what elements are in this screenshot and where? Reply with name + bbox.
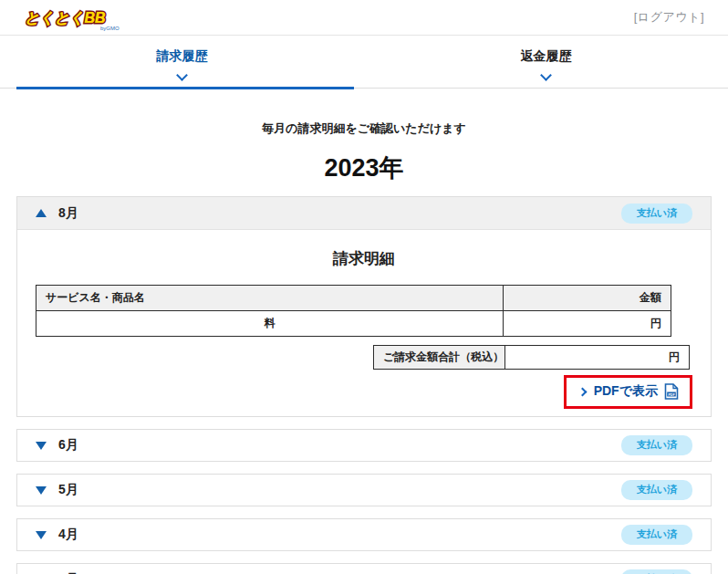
triangle-down-icon	[36, 486, 47, 495]
triangle-down-icon	[36, 442, 47, 450]
month-label: 5月	[58, 482, 78, 498]
year-title: 2023年	[0, 151, 728, 184]
status-badge: 支払い済	[621, 204, 692, 224]
tab-bar: 請求履歴 返金履歴	[0, 36, 728, 89]
tab-label: 請求履歴	[157, 48, 208, 65]
pdf-link-highlight-box[interactable]: PDFで表示 PDF	[564, 375, 692, 409]
status-badge: 支払い済	[621, 435, 692, 455]
status-badge: 支払い済	[621, 569, 692, 574]
panel-june-header[interactable]: 6月 支払い済	[16, 429, 712, 462]
detail-title: 請求明細	[36, 248, 692, 269]
svg-text:とくとくBB: とくとくBB	[25, 10, 106, 26]
panel-august-body: 請求明細 サービス名・商品名 金額 料 円 ご請求金額合計（税込） 円 PDFで	[17, 230, 711, 416]
panel-march-header[interactable]: 3月 支払い済	[16, 563, 712, 574]
tab-refund-history[interactable]: 返金履歴	[364, 36, 728, 88]
logo-icon: とくとくBB とくとくBB byGMO	[22, 3, 120, 32]
panel-april-header[interactable]: 4月 支払い済	[16, 518, 712, 551]
status-badge: 支払い済	[621, 525, 692, 545]
pdf-file-icon: PDF	[664, 383, 679, 400]
panel-may-header[interactable]: 5月 支払い済	[16, 474, 712, 506]
table-row: 料 円	[36, 311, 671, 337]
active-tab-underline	[16, 87, 354, 89]
triangle-up-icon	[36, 209, 47, 217]
amount-cell: 円	[504, 311, 671, 337]
pdf-row: PDFで表示 PDF	[36, 375, 692, 409]
total-row: ご請求金額合計（税込） 円	[373, 345, 690, 370]
chevron-right-icon	[577, 387, 587, 396]
chevron-down-icon	[176, 69, 188, 81]
logout-link[interactable]: [ログアウト]	[634, 9, 704, 26]
billing-list: 8月 支払い済 請求明細 サービス名・商品名 金額 料 円 ご請求金額合計（税込…	[0, 196, 728, 574]
status-badge: 支払い済	[621, 480, 692, 500]
intro-text: 毎月の請求明細をご確認いただけます	[0, 120, 728, 137]
table-header-row: サービス名・商品名 金額	[36, 286, 671, 311]
month-label: 6月	[58, 437, 78, 454]
month-label: 4月	[58, 527, 78, 543]
total-label: ご請求金額合計（税込）	[373, 345, 505, 370]
tokutoku-bb-logo[interactable]: とくとくBB とくとくBB byGMO	[22, 3, 120, 32]
total-value: 円	[505, 345, 690, 370]
panel-august: 8月 支払い済 請求明細 サービス名・商品名 金額 料 円 ご請求金額合計（税込…	[16, 196, 712, 417]
triangle-down-icon	[36, 531, 47, 539]
top-bar: とくとくBB とくとくBB byGMO [ログアウト]	[0, 0, 728, 36]
tab-billing-history[interactable]: 請求履歴	[0, 36, 364, 88]
tab-label: 返金履歴	[521, 48, 572, 65]
col-service-header: サービス名・商品名	[36, 286, 504, 311]
col-amount-header: 金額	[504, 286, 671, 311]
pdf-link-label: PDFで表示	[594, 383, 658, 400]
svg-text:PDF: PDF	[668, 393, 675, 397]
service-cell: 料	[36, 311, 504, 337]
month-label: 8月	[58, 205, 78, 222]
billing-table: サービス名・商品名 金額 料 円	[36, 285, 671, 337]
chevron-down-icon	[540, 69, 552, 81]
logo-sub-text: byGMO	[100, 26, 120, 31]
panel-august-header[interactable]: 8月 支払い済	[17, 197, 711, 230]
